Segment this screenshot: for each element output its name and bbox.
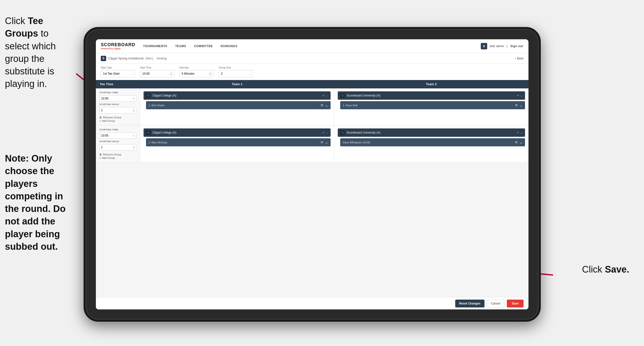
remove-group-btn-1[interactable]: 🗑 Remove Group (99, 116, 136, 119)
starting-hole-label-1: STARTING HOLE: (99, 103, 136, 106)
tee-time-header: Tee Time (96, 80, 140, 88)
table-header: Tee Time Team 1 Team 2 (96, 80, 528, 88)
footer-bar: Reset Changes Cancel Save (96, 297, 528, 310)
team1-card-2[interactable]: ⬛ Clippd College (A) ✕ ⌄ (144, 128, 330, 137)
player-chevron-2-1[interactable]: ⌄ (520, 103, 522, 108)
tee-group-1: STARTING TIME: 10:00 ⊙ STARTING HOLE: 1 … (96, 88, 528, 125)
team2-remove-2[interactable]: ✕ (517, 131, 519, 134)
nav-links: TOURNAMENTS TEAMS COMMITTEE RANKINGS (142, 43, 481, 49)
save-button[interactable]: Save (507, 300, 524, 308)
click-save-annotation: Click Save. (582, 264, 629, 275)
team1-panel-2: ⬛ Clippd College (A) ✕ ⌄ 2. Blair McHarg… (140, 125, 334, 162)
player-remove-2-1[interactable]: ✕ (515, 103, 518, 108)
hole-arrows-1: ▲ ▼ (133, 108, 135, 112)
nav-right: B blair admin | Sign out (481, 43, 524, 49)
save-bold-annotation: Save. (605, 264, 629, 275)
clock-icon-1: ⊙ (132, 97, 135, 100)
player-chevron-2-2[interactable]: ⌄ (520, 140, 522, 145)
hole-arrows-2: ▲ ▼ (133, 146, 135, 149)
reset-changes-button[interactable]: Reset Changes (455, 300, 484, 308)
team2-icon-1: ⬛ (340, 93, 344, 98)
add-group-label-1: Add Group (102, 119, 115, 122)
tablet-frame: SCOREBOARD Powered by clippd TOURNAMENTS… (84, 27, 541, 322)
start-time-field: Start Time 10:00 🕐 (140, 66, 174, 77)
player-card-1-2[interactable]: 2. Blair McHarg ✕ ⌄ (146, 138, 330, 146)
player-remove-1-2[interactable]: ✕ (320, 140, 324, 145)
hole-value-1: 1 (101, 108, 103, 112)
team2-panel-1: ⬛ Scoreboard University (A) ✕ ⌄ 1. Rees … (334, 88, 528, 125)
tablet-screen: SCOREBOARD Powered by clippd TOURNAMENTS… (96, 39, 528, 310)
nav-rankings[interactable]: RANKINGS (220, 43, 238, 49)
remove-group-btn-2[interactable]: 🗑 Remove Group (99, 153, 136, 156)
nav-committee[interactable]: COMMITTEE (194, 43, 213, 49)
left-panel-1: STARTING TIME: 10:00 ⊙ STARTING HOLE: 1 … (96, 88, 140, 125)
team1-icon-2: ⬛ (146, 130, 150, 135)
logo-area: SCOREBOARD Powered by clippd (101, 42, 135, 50)
player-actions-1-2: ✕ ⌄ (320, 140, 328, 145)
nav-teams[interactable]: TEAMS (175, 43, 187, 49)
intervals-chevron: 🕐 (209, 72, 212, 75)
team2-card-1[interactable]: ⬛ Scoreboard University (A) ✕ ⌄ (338, 91, 525, 100)
player-remove-1-1[interactable]: ✕ (320, 103, 324, 108)
player-chevron-1-2[interactable]: ⌄ (325, 140, 328, 145)
player-card-2-2[interactable]: Dave Billingham (SUB) ✕ ⌄ (340, 138, 525, 146)
player-card-1-1[interactable]: 1. Rich Butler ✕ ⌄ (146, 101, 330, 109)
start-time-select[interactable]: 10:00 🕐 (140, 70, 174, 77)
hole-up-1[interactable]: ▲ (133, 108, 135, 110)
cancel-button[interactable]: Cancel (487, 300, 504, 308)
team2-actions-2: ✕ ⌄ (517, 131, 522, 134)
group-size-select[interactable]: 2 ⌄ (219, 70, 253, 77)
player-actions-2-2: ✕ ⌄ (515, 140, 522, 145)
add-group-btn-2[interactable]: + Add Group (99, 156, 136, 159)
start-type-label: Start Type (101, 66, 135, 69)
hole-input-2[interactable]: 1 ▲ ▼ (99, 144, 136, 151)
team2-chevron-1[interactable]: ⌄ (520, 94, 522, 97)
back-button[interactable]: ‹ Back (515, 57, 524, 60)
time-input-1[interactable]: 10:00 ⊙ (99, 95, 136, 102)
player-chevron-1-1[interactable]: ⌄ (325, 103, 328, 108)
hole-down-1[interactable]: ▼ (133, 110, 135, 112)
add-group-label-2: Add Group (102, 156, 115, 159)
hole-up-2[interactable]: ▲ (133, 146, 135, 147)
remove-icon-1: 🗑 (99, 116, 102, 119)
team1-header: Team 1 (140, 80, 334, 88)
team2-chevron-2[interactable]: ⌄ (520, 131, 522, 134)
remove-group-label-1: Remove Group (103, 116, 122, 119)
player-remove-2-2[interactable]: ✕ (515, 140, 518, 145)
group-size-chevron: ⌄ (249, 72, 251, 75)
group-size-label: Group Size (219, 66, 253, 69)
player-card-2-1[interactable]: 1. Rees Britt ✕ ⌄ (340, 101, 525, 109)
time-value-2: 10:05 (101, 134, 108, 137)
time-input-2[interactable]: 10:05 ⊙ (99, 132, 136, 139)
add-icon-2: + (99, 156, 101, 159)
team2-card-2[interactable]: ⬛ Scoreboard University (A) ✕ ⌄ (338, 128, 525, 137)
team2-header: Team 2 (334, 80, 528, 88)
intervals-select[interactable]: 5 Minutes 🕐 (180, 70, 214, 77)
team1-remove-1[interactable]: ✕ (322, 94, 324, 97)
add-group-btn-1[interactable]: + Add Group (99, 119, 136, 122)
nav-tournaments[interactable]: TOURNAMENTS (142, 43, 168, 49)
team1-icon-1: ⬛ (146, 93, 150, 98)
team2-icon-2: ⬛ (340, 130, 344, 135)
logo-powered: Powered by clippd (101, 47, 135, 50)
team2-panel-2: ⬛ Scoreboard University (A) ✕ ⌄ Dave Bil… (334, 125, 528, 162)
group-actions-2: 🗑 Remove Group + Add Group (99, 153, 136, 159)
main-content: Start Type 1st Tee Start ⌄ Start Time 10… (96, 64, 528, 310)
team1-remove-2[interactable]: ✕ (322, 131, 324, 134)
team1-chevron-2[interactable]: ⌄ (326, 131, 328, 134)
team1-card-1[interactable]: ⬛ Clippd College (A) ✕ ⌄ (144, 91, 330, 100)
hole-down-2[interactable]: ▼ (133, 147, 135, 149)
team1-actions-2: ✕ ⌄ (322, 131, 328, 134)
start-type-select[interactable]: 1st Tee Start ⌄ (101, 70, 135, 77)
player-name-2-2: Dave Billingham (SUB) (343, 141, 513, 144)
team1-chevron-1[interactable]: ⌄ (326, 94, 328, 97)
team2-remove-1[interactable]: ✕ (517, 94, 519, 97)
player-name-2-1: 1. Rees Britt (343, 104, 513, 107)
team1-actions-1: ✕ ⌄ (322, 94, 328, 97)
breadcrumb: B Clippd Spring Invitational (Men) Hosti… (101, 56, 167, 61)
sign-out-link[interactable]: Sign out (510, 43, 524, 49)
hole-input-1[interactable]: 1 ▲ ▼ (99, 107, 136, 113)
tournament-gender: (Men) (146, 57, 153, 60)
team2-name-1: Scoreboard University (A) (346, 94, 515, 97)
team2-name-2: Scoreboard University (A) (346, 131, 515, 134)
